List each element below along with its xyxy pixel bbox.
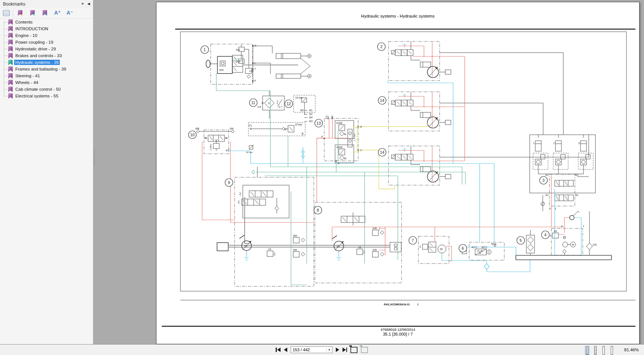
panel-expand-icon[interactable]: » bbox=[81, 1, 83, 6]
bookmark-flag-icon bbox=[8, 26, 13, 32]
single-page-view-icon[interactable] bbox=[585, 346, 589, 355]
add-bookmark-icon[interactable]: + bbox=[30, 10, 35, 16]
goto-bookmark-icon[interactable]: ◦ bbox=[43, 10, 47, 16]
svg-text:1: 1 bbox=[533, 142, 535, 144]
svg-text:A: A bbox=[360, 125, 362, 128]
svg-text:3: 3 bbox=[542, 178, 545, 183]
bookmark-item-introduction[interactable]: INTRODUCTION bbox=[0, 25, 93, 32]
svg-text:B1: B1 bbox=[309, 109, 313, 112]
svg-text:P: P bbox=[561, 225, 563, 228]
bookmark-flag-icon bbox=[8, 80, 13, 85]
bookmark-options-icon[interactable] bbox=[3, 10, 10, 16]
svg-text:P: P bbox=[254, 80, 256, 82]
bookmarks-panel: Bookmarks » ◀ ✕ + ◦ A⁺ A⁻ Contents INTRO… bbox=[0, 0, 93, 344]
svg-text:24: 24 bbox=[268, 248, 271, 250]
svg-text:9: 9 bbox=[228, 180, 230, 185]
decrease-font-icon[interactable]: A⁻ bbox=[66, 10, 73, 16]
bookmark-item-engine[interactable]: Engine - 10 bbox=[0, 32, 93, 39]
increase-font-icon[interactable]: A⁺ bbox=[54, 10, 61, 16]
previous-view-icon[interactable] bbox=[350, 347, 357, 353]
svg-text:14: 14 bbox=[380, 98, 384, 103]
svg-text:M: M bbox=[344, 157, 346, 160]
first-page-button[interactable] bbox=[276, 348, 281, 352]
svg-text:T: T bbox=[302, 133, 304, 136]
svg-text:14: 14 bbox=[380, 150, 384, 155]
svg-text:15 bar: 15 bar bbox=[295, 123, 303, 126]
bookmark-item-contents[interactable]: Contents bbox=[0, 19, 93, 25]
svg-text:P1: P1 bbox=[249, 124, 252, 127]
last-page-button[interactable] bbox=[343, 348, 347, 352]
svg-text:1: 1 bbox=[204, 47, 206, 52]
previous-page-button[interactable] bbox=[284, 348, 287, 352]
hydraulic-schematic: 121011121314149837654 200200140500RLTP3,… bbox=[157, 2, 640, 345]
svg-text:B5: B5 bbox=[300, 109, 304, 112]
svg-text:8: 8 bbox=[317, 208, 319, 212]
next-page-button[interactable] bbox=[336, 348, 339, 352]
svg-text:C: C bbox=[360, 149, 362, 152]
bookmark-item-hydraulic-systems[interactable]: Hydraulic systems - 35 bbox=[0, 59, 93, 66]
svg-text:28: 28 bbox=[358, 246, 361, 249]
svg-text:12: 12 bbox=[287, 102, 291, 106]
svg-text:B1: B1 bbox=[575, 194, 579, 196]
svg-text:16 bar: 16 bar bbox=[295, 96, 303, 99]
svg-text:T: T bbox=[228, 149, 230, 152]
bookmark-item-frames[interactable]: Frames and ballasting - 39 bbox=[0, 66, 93, 72]
svg-text:B2: B2 bbox=[309, 113, 313, 115]
svg-text:40°C: 40°C bbox=[471, 246, 477, 249]
bookmark-flag-icon bbox=[8, 73, 13, 79]
bookmark-item-electrical[interactable]: Electrical systems - 55 bbox=[0, 93, 93, 99]
page-number-input[interactable]: 153 / 442 ▼ bbox=[291, 346, 332, 353]
bookmark-flag-icon bbox=[8, 33, 13, 38]
svg-text:60 bar: 60 bar bbox=[246, 151, 253, 153]
pdf-viewer-window: { "colors":{ "selection_blue":"#2f86e0",… bbox=[0, 0, 644, 355]
svg-text:P: P bbox=[549, 208, 551, 210]
page-number-value[interactable]: 153 / 442 bbox=[291, 348, 326, 352]
panel-collapse-icon[interactable]: ◀ bbox=[87, 2, 90, 6]
bookmark-item-brakes[interactable]: Brakes and controls - 33 bbox=[0, 52, 93, 59]
continuous-facing-view-icon[interactable] bbox=[610, 346, 614, 355]
bookmarks-tree: Contents INTRODUCTION Engine - 10 Power … bbox=[0, 19, 93, 99]
svg-text:55°C: 55°C bbox=[482, 246, 487, 249]
svg-text:A: A bbox=[225, 137, 227, 139]
svg-text:80: 80 bbox=[554, 230, 557, 233]
svg-text:P1: P1 bbox=[326, 115, 329, 118]
svg-text:11: 11 bbox=[251, 100, 256, 105]
svg-text:13: 13 bbox=[316, 121, 321, 125]
bookmark-item-hydrostatic-drive[interactable]: Hydrostatic drive - 29 bbox=[0, 46, 93, 52]
svg-text:100: 100 bbox=[592, 243, 597, 246]
svg-text:500: 500 bbox=[219, 69, 224, 71]
bookmark-item-cab-climate[interactable]: Cab climate control - 50 bbox=[0, 86, 93, 93]
bookmarks-panel-title: Bookmarks bbox=[3, 1, 25, 7]
delete-bookmark-icon[interactable]: ✕ bbox=[18, 10, 22, 16]
bookmarks-panel-header: Bookmarks » ◀ bbox=[0, 0, 93, 9]
panel-splitter-handle[interactable] bbox=[93, 149, 95, 166]
svg-text:35: 35 bbox=[440, 248, 443, 250]
svg-text:200: 200 bbox=[236, 49, 240, 51]
svg-text:L: L bbox=[254, 62, 256, 64]
bookmark-item-steering[interactable]: Steering - 41 bbox=[0, 72, 93, 79]
svg-text:B: B bbox=[331, 115, 333, 118]
svg-text:345: 345 bbox=[372, 227, 377, 230]
footer-section: 35.1 [35.000] / 7 bbox=[157, 332, 639, 336]
component-balloons: 121011121314149837654 bbox=[189, 43, 549, 252]
svg-text:1 MPa: 1 MPa bbox=[210, 144, 212, 150]
svg-text:2: 2 bbox=[380, 44, 383, 49]
bookmark-flag-icon bbox=[8, 60, 13, 65]
svg-text:B4: B4 bbox=[309, 116, 313, 119]
bookmark-item-wheels[interactable]: Wheels - 44 bbox=[0, 79, 93, 86]
svg-text:3,5: 3,5 bbox=[257, 106, 261, 108]
facing-pages-view-icon[interactable] bbox=[601, 346, 606, 355]
bookmark-flag-icon bbox=[8, 46, 13, 52]
svg-text:350: 350 bbox=[293, 234, 297, 237]
bookmarks-toolbar: ✕ + ◦ A⁺ A⁻ bbox=[0, 8, 93, 19]
continuous-view-icon[interactable] bbox=[593, 346, 598, 355]
page-navigation: 153 / 442 ▼ bbox=[276, 346, 368, 353]
bookmark-item-power-coupling[interactable]: Power coupling - 19 bbox=[0, 39, 93, 46]
svg-text:T: T bbox=[555, 208, 557, 210]
drawing-code: RAIL14CDM0394JA-01 bbox=[384, 303, 410, 306]
chevron-down-icon[interactable]: ▼ bbox=[326, 348, 332, 352]
svg-text:MB: MB bbox=[195, 127, 199, 130]
bookmark-flag-icon bbox=[8, 66, 13, 72]
zoom-level-label: 81.46% bbox=[624, 348, 639, 352]
svg-text:A1: A1 bbox=[545, 194, 549, 196]
